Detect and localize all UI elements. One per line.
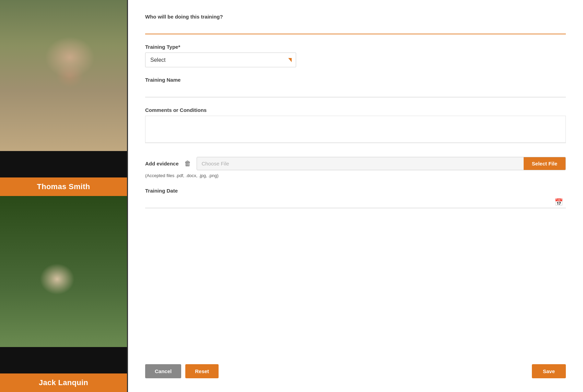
- date-input-wrapper: 📅: [145, 196, 566, 208]
- person-name-bar-jack: Jack Lanquin: [0, 373, 127, 392]
- person-name-jack: Jack Lanquin: [39, 378, 88, 387]
- training-type-label: Training Type*: [145, 44, 566, 50]
- file-input-wrapper: Choose File Select File: [197, 157, 566, 170]
- add-evidence-section: Add evidence 🗑 Choose File Select File (…: [145, 154, 566, 178]
- person-name-bar-thomas: Thomas Smith: [0, 177, 127, 196]
- training-name-input[interactable]: [145, 85, 566, 97]
- training-name-section: Training Name: [145, 77, 566, 97]
- footer-buttons: Cancel Reset Save: [145, 354, 566, 378]
- person-photo-thomas: [0, 0, 127, 177]
- training-date-input[interactable]: [145, 196, 566, 208]
- comments-textarea[interactable]: [145, 116, 566, 143]
- training-date-section: Training Date 📅: [145, 188, 566, 208]
- training-date-label: Training Date: [145, 188, 566, 194]
- who-training-label: Who will be doing this training?: [145, 14, 566, 20]
- comments-label: Comments or Conditions: [145, 107, 566, 113]
- save-button[interactable]: Save: [532, 364, 566, 378]
- accepted-files-text: (Accepted files .pdf, .docx, .jpg, .png): [145, 173, 566, 178]
- person-name-thomas: Thomas Smith: [37, 182, 90, 191]
- left-panel: Thomas Smith Jack Lanquin: [0, 0, 127, 392]
- comments-section: Comments or Conditions: [145, 107, 566, 145]
- person-photo-jack: [0, 196, 127, 373]
- who-training-input[interactable]: [145, 22, 566, 34]
- footer-left-buttons: Cancel Reset: [145, 364, 219, 378]
- select-file-button[interactable]: Select File: [524, 157, 565, 170]
- training-name-label: Training Name: [145, 77, 566, 83]
- add-evidence-label: Add evidence: [145, 161, 179, 166]
- reset-button[interactable]: Reset: [185, 364, 219, 378]
- person-card-jack[interactable]: Jack Lanquin: [0, 196, 127, 392]
- choose-file-display: Choose File: [197, 157, 524, 170]
- training-type-section: Training Type* Select: [145, 44, 566, 67]
- training-type-select-wrapper[interactable]: Select: [145, 53, 296, 67]
- who-training-section: Who will be doing this training?: [145, 14, 566, 34]
- evidence-row: Add evidence 🗑 Choose File Select File: [145, 157, 566, 170]
- person-card-thomas[interactable]: Thomas Smith: [0, 0, 127, 196]
- calendar-icon[interactable]: 📅: [555, 198, 563, 206]
- cancel-button[interactable]: Cancel: [145, 364, 181, 378]
- training-type-select[interactable]: Select: [145, 53, 296, 67]
- trash-icon[interactable]: 🗑: [184, 160, 191, 168]
- right-panel: Who will be doing this training? Trainin…: [127, 0, 583, 392]
